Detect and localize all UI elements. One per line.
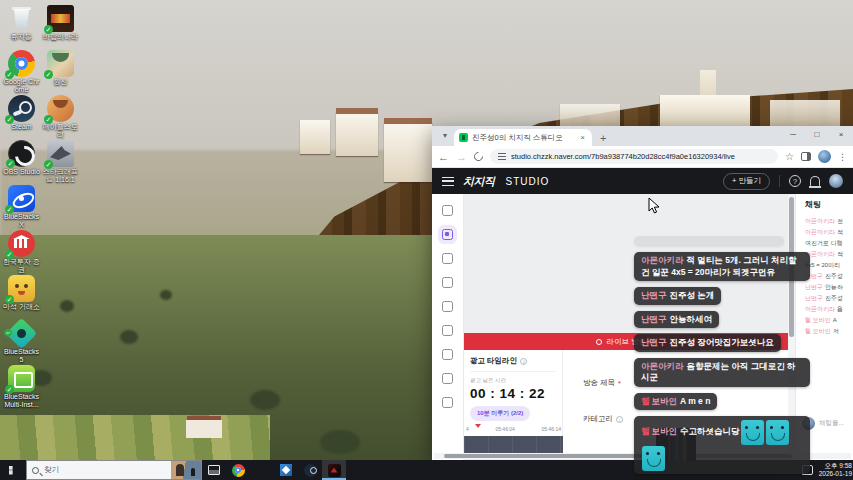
timeline-playhead[interactable] <box>475 424 481 431</box>
url-text: studio.chzzk.naver.com/7b9a938774b20d28c… <box>511 152 735 161</box>
desktop-icon-label: BlueStacks Multi-Inst... <box>2 393 41 409</box>
desktop-icon-bsx[interactable]: ✓BlueStacks X <box>2 184 41 229</box>
browser-profile-avatar[interactable] <box>818 150 831 163</box>
overlay-chat-bubble: 헬보바인A m e n <box>634 393 717 411</box>
wallpaper-tree <box>160 290 172 300</box>
overlay-chat-bubble: 헬보바인수고하셧습니당 <box>634 416 810 474</box>
back-icon[interactable]: ← <box>438 151 449 163</box>
sidebar-schedule-icon[interactable] <box>442 325 453 336</box>
forward-icon[interactable]: → <box>456 151 467 163</box>
chat-emote-icon <box>642 446 665 471</box>
ad-timeline-card: 광고 타임라인 i 광고 남은 시간 00 : 14 : 22 10분 미루기 … <box>464 350 563 455</box>
desktop-icon-steam[interactable]: ✓Steam <box>2 94 41 139</box>
wallpaper-building <box>300 120 330 154</box>
desktop-icon-chrome[interactable]: ✓Google Chrome <box>2 49 41 94</box>
taskbar-game-icon[interactable] <box>322 460 346 480</box>
ad-remaining-time: 00 : 14 : 22 <box>470 386 556 401</box>
overlay-chat-bubble: 난떤구진주성 논개 <box>634 287 721 305</box>
reload-icon[interactable] <box>472 150 485 163</box>
sidebar-video-icon[interactable] <box>442 301 453 312</box>
overlay-chat-username: 보바인 <box>652 426 678 436</box>
overlay-chat-username: 보바인 <box>652 396 678 406</box>
side-panel-icon[interactable] <box>801 152 811 161</box>
news-widget-thumbnail[interactable] <box>171 461 201 479</box>
steam-icon: ✓ <box>8 95 35 122</box>
cookie-icon: ✓ <box>8 275 35 302</box>
desktop-icon-label: BlueStacks 5 <box>2 348 41 364</box>
desktop-icon-label: 휴지통 <box>2 33 41 41</box>
site-settings-icon[interactable] <box>498 153 506 160</box>
bookmark-star-icon[interactable]: ☆ <box>785 151 794 162</box>
taskbar-task-view-icon[interactable] <box>202 460 226 480</box>
sidebar-stats-icon[interactable] <box>442 253 453 264</box>
browser-tab[interactable]: 진주성0의 치지직 스튜디오 × <box>454 129 592 146</box>
ad-defer-button[interactable]: 10분 미루기 (2/2) <box>470 406 530 421</box>
taskbar-explorer-icon[interactable] <box>250 460 274 480</box>
notification-bell-icon[interactable] <box>810 176 820 186</box>
sync-check-badge: ✓ <box>5 205 14 214</box>
overlay-chat-username: 난떤구 <box>641 314 667 324</box>
overlay-chat-username: 난떤구 <box>641 290 667 300</box>
bank-icon: ✓ <box>8 230 35 257</box>
subscriber-badge: 헬 <box>641 396 650 406</box>
desktop-icon-bsmulti[interactable]: ✓BlueStacks Multi-Inst... <box>2 364 41 409</box>
help-icon[interactable]: ? <box>789 175 801 187</box>
hamburger-menu-icon[interactable] <box>442 177 454 186</box>
header-divider <box>779 175 780 187</box>
studio-profile-avatar[interactable] <box>829 174 843 188</box>
sync-check-badge: ✓ <box>44 70 53 79</box>
sidebar-tools-icon[interactable] <box>442 349 453 360</box>
desktop-icon-genshin[interactable]: ✓원신 <box>41 49 80 94</box>
desktop-icon-bs5[interactable]: ✓BlueStacks 5 <box>2 319 41 364</box>
subscriber-badge: 헬 <box>641 426 650 436</box>
sidebar-dashboard-icon[interactable] <box>442 205 453 216</box>
wallpaper-tree <box>320 430 360 454</box>
timeline-tick: 05:46:14 <box>542 426 561 432</box>
close-icon[interactable]: × <box>829 126 853 146</box>
live-dot-icon <box>596 339 602 345</box>
browser-menu-icon[interactable]: ⋮ <box>838 152 847 162</box>
info-icon[interactable]: i <box>520 358 527 365</box>
chat-emote-icon <box>766 420 789 445</box>
sidebar-community-icon[interactable] <box>442 277 453 288</box>
taskbar-chrome-icon[interactable] <box>226 460 250 480</box>
minimize-icon[interactable]: ─ <box>781 126 805 146</box>
taskbar-photos-icon[interactable] <box>274 460 298 480</box>
tab-search-chevron-icon[interactable]: ▾ <box>438 129 452 143</box>
desktop-icon-label: 메이플스토리 <box>41 123 80 139</box>
desktop-screen: 휴지통✓바람의나라✓Google Chrome✓원신✓Steam✓메이플스토리✓… <box>0 0 853 480</box>
sync-check-badge: ✓ <box>5 385 14 394</box>
search-placeholder: 찾기 <box>44 465 59 475</box>
desktop-icon-label: 원신 <box>41 78 80 86</box>
desktop-icon-jet[interactable]: ✓스타크래프트 1.16.1 <box>41 139 80 184</box>
sidebar-profile-icon[interactable] <box>442 373 453 384</box>
sync-check-badge: ✓ <box>44 160 53 169</box>
tab-close-icon[interactable]: × <box>578 133 587 142</box>
address-bar[interactable]: studio.chzzk.naver.com/7b9a938774b20d28c… <box>490 149 778 164</box>
sync-check-badge: ✓ <box>5 115 14 124</box>
maximize-icon[interactable]: □ <box>805 126 829 146</box>
new-tab-button[interactable]: + <box>600 132 606 144</box>
overlay-chat-username: 아몬아키라 <box>641 361 684 371</box>
sync-check-badge: ✓ <box>44 25 53 34</box>
chat-emote-icon <box>741 420 764 445</box>
studio-header: 치지직 STUDIO + 만들기 ? <box>432 168 853 194</box>
start-button[interactable] <box>0 460 26 480</box>
desktop-icon-bank[interactable]: ✓한국투자 증권 <box>2 229 41 274</box>
sidebar-live-manage-icon[interactable] <box>442 229 453 240</box>
taskbar-search-box[interactable]: 찾기 <box>26 460 202 480</box>
ad-timeline-title: 광고 타임라인 i <box>470 356 556 372</box>
sync-check-badge: ✓ <box>3 328 13 338</box>
create-button[interactable]: + 만들기 <box>723 173 770 190</box>
desktop-icon-poster[interactable]: ✓바람의나라 <box>41 4 80 49</box>
desktop-icon-cookie[interactable]: ✓마석 거래소 <box>2 274 41 319</box>
desktop-icon-obs[interactable]: ✓OBS Studio <box>2 139 41 184</box>
desktop-icon-maple[interactable]: ✓메이플스토리 <box>41 94 80 139</box>
desktop-icon-recycle[interactable]: 휴지통 <box>2 4 41 49</box>
info-icon[interactable]: i <box>616 416 623 423</box>
sidebar-settings-icon[interactable] <box>442 397 453 408</box>
wallpaper-tree <box>120 330 138 344</box>
studio-sidebar <box>432 194 464 462</box>
taskbar-steam-icon[interactable] <box>298 460 322 480</box>
overlay-chat-text: 진주성 논개 <box>670 290 715 300</box>
